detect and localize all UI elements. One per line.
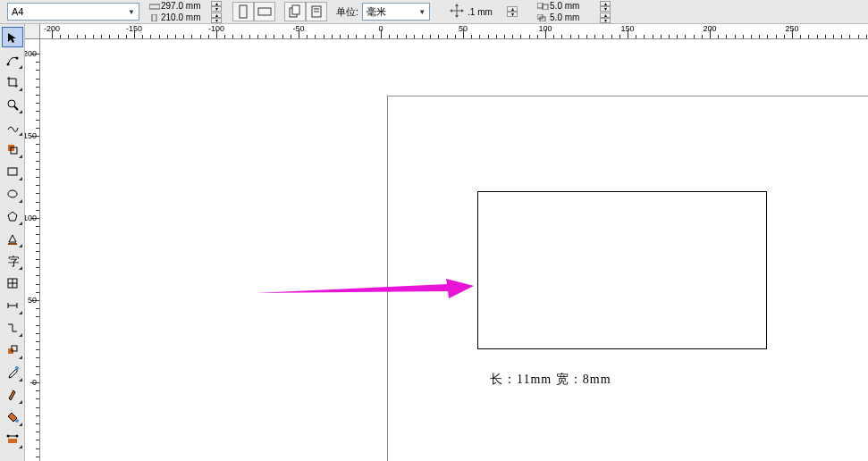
dimension-text: 长：11mm 宽：8mm [490, 372, 611, 388]
page-apply-buttons [284, 2, 327, 21]
landscape-button[interactable] [254, 2, 275, 21]
svg-rect-3 [258, 8, 271, 15]
svg-rect-16 [543, 4, 548, 10]
table-tool[interactable] [2, 272, 23, 293]
nudge-icon [450, 4, 464, 20]
svg-text:字: 字 [8, 255, 19, 267]
svg-marker-13 [450, 9, 452, 13]
svg-marker-48 [255, 279, 474, 298]
svg-point-42 [15, 366, 19, 370]
dupx-spinner[interactable]: ▴▾ [600, 1, 611, 12]
svg-point-20 [15, 56, 18, 59]
dropdown-arrow-icon: ▼ [418, 8, 426, 16]
duplicate-distance: 5.0 mm ▴▾ 5.0 mm ▴▾ [537, 0, 611, 23]
eyedropper-tool[interactable] [2, 362, 23, 382]
dupy-spinner[interactable]: ▴▾ [600, 13, 611, 23]
width-spinner[interactable]: ▴▾ [211, 1, 222, 12]
shape-tool[interactable] [2, 49, 23, 70]
toolbox: 字 [0, 24, 25, 461]
fill-tool[interactable] [2, 407, 23, 427]
svg-rect-15 [537, 3, 543, 8]
vertical-ruler[interactable]: 200150100500 [25, 39, 40, 461]
rectangle-object[interactable] [477, 191, 767, 349]
svg-point-21 [8, 100, 15, 107]
interactive-fill-tool[interactable] [2, 429, 23, 449]
width-icon [148, 1, 161, 11]
outline-pen-tool[interactable] [2, 384, 23, 405]
ellipse-tool[interactable] [2, 183, 23, 204]
svg-rect-25 [8, 168, 17, 175]
height-icon [148, 13, 161, 22]
height-spinner[interactable]: ▴▾ [211, 13, 222, 23]
text-tool[interactable]: 字 [2, 250, 23, 271]
rectangle-tool[interactable] [2, 161, 23, 181]
dup-x-value[interactable]: 5.0 mm [550, 1, 600, 11]
svg-marker-11 [455, 4, 459, 6]
basic-shapes-tool[interactable] [2, 228, 23, 248]
svg-rect-1 [152, 14, 156, 21]
svg-marker-14 [461, 9, 464, 13]
nudge-spinner[interactable]: ▴▾ [507, 6, 518, 17]
ruler-corner[interactable] [25, 24, 40, 39]
portrait-button[interactable] [232, 2, 254, 21]
pick-tool[interactable] [2, 27, 23, 47]
svg-rect-0 [149, 4, 160, 9]
annotation-arrow [255, 279, 474, 300]
interactive-effects-tool[interactable] [2, 339, 23, 360]
dup-x-icon [537, 1, 550, 11]
crop-tool[interactable] [2, 71, 23, 92]
units-label: 单位: [336, 5, 358, 19]
drawing-canvas[interactable]: 长：11mm 宽：8mm [40, 39, 868, 461]
page-height-value[interactable]: 210.0 mm [161, 13, 211, 22]
dup-y-value[interactable]: 5.0 mm [550, 13, 600, 22]
svg-point-46 [6, 434, 9, 437]
polygon-tool[interactable] [2, 205, 23, 226]
svg-point-19 [6, 63, 9, 65]
orientation-buttons [232, 2, 275, 21]
dropdown-arrow-icon: ▼ [128, 8, 135, 16]
connector-tool[interactable] [2, 317, 23, 338]
zoom-tool[interactable] [2, 94, 23, 114]
svg-rect-5 [292, 5, 299, 14]
svg-marker-27 [8, 212, 17, 221]
svg-point-26 [8, 190, 17, 197]
dup-y-icon [537, 13, 550, 22]
svg-point-47 [15, 434, 18, 437]
page-width-value[interactable]: 297.0 mm [161, 1, 211, 11]
dimension-tool[interactable] [2, 295, 23, 315]
units-select[interactable]: 毫米 ▼ [362, 3, 430, 21]
svg-rect-2 [240, 5, 247, 18]
svg-point-43 [15, 419, 19, 423]
apply-current-page-button[interactable] [306, 2, 327, 21]
smart-fill-tool[interactable] [2, 138, 23, 159]
svg-marker-12 [455, 15, 459, 18]
page-dimensions: 297.0 mm ▴▾ 210.0 mm ▴▾ [148, 0, 222, 23]
svg-marker-28 [9, 235, 16, 242]
svg-line-22 [14, 106, 18, 110]
property-bar: A4 ▼ 297.0 mm ▴▾ 210.0 mm ▴▾ 单位: 毫米 ▼ .1… [0, 0, 868, 24]
nudge-value[interactable]: .1 mm [468, 7, 503, 17]
units-value: 毫米 [367, 5, 386, 19]
paper-size-select[interactable]: A4 ▼ [7, 3, 139, 21]
horizontal-ruler[interactable]: -200-150-100-50050100150200250300 [25, 24, 868, 39]
apply-all-pages-button[interactable] [284, 2, 306, 21]
freehand-tool[interactable] [2, 116, 23, 137]
svg-rect-44 [8, 439, 17, 443]
paper-size-value: A4 [12, 6, 23, 17]
